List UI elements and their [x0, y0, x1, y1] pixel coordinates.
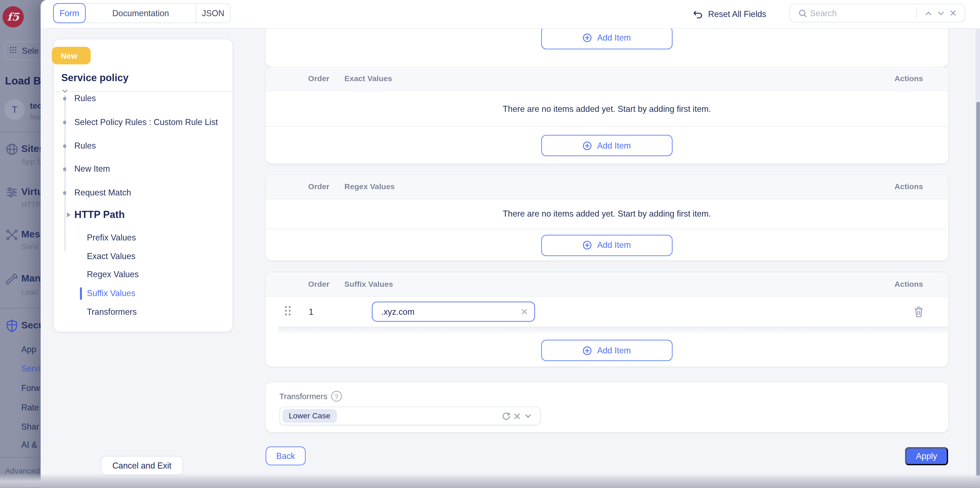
sidebar-heading: Load B — [5, 75, 41, 87]
sidebar-divider — [0, 132, 41, 132]
tree-item-rules-2[interactable]: Rules — [74, 141, 96, 151]
sidebar-subitem-shared[interactable]: Shar — [21, 422, 39, 431]
prefix-values-card-partial: Add Item — [266, 28, 948, 67]
workspace-title: tec — [30, 101, 41, 111]
clear-select-icon[interactable] — [511, 410, 522, 421]
column-actions: Actions — [894, 74, 923, 83]
search-divider — [916, 7, 917, 19]
tree-child-regex-values[interactable]: Regex Values — [87, 270, 139, 279]
globe-icon — [5, 142, 19, 156]
tab-documentation[interactable]: Documentation — [86, 4, 196, 22]
table-header: Order Exact Values Actions — [266, 67, 948, 91]
table-header: Order Regex Values Actions — [266, 175, 948, 199]
select-service-button[interactable]: Sele — [5, 41, 41, 60]
column-actions: Actions — [894, 182, 923, 191]
transformers-card: Transformers ? Lower Case — [266, 382, 948, 432]
sidebar-item-manage[interactable]: Man — [21, 273, 41, 284]
sidebar-subitem-ai[interactable]: AI & — [21, 440, 37, 450]
selected-item-bar — [80, 287, 82, 300]
chevron-down-icon[interactable] — [934, 7, 947, 19]
tab-form[interactable]: Form — [53, 3, 86, 23]
collapse-chevron-icon[interactable] — [60, 87, 70, 96]
clear-input-icon[interactable] — [521, 308, 528, 315]
refresh-icon[interactable] — [500, 410, 511, 421]
tree-child-prefix-values[interactable]: Prefix Values — [87, 233, 136, 242]
new-badge: New — [52, 47, 91, 65]
column-order: Order — [308, 182, 329, 191]
column-actions: Actions — [894, 280, 923, 289]
sidebar-item-sites[interactable]: Sites — [21, 143, 41, 154]
cancel-and-exit-button[interactable]: Cancel and Exit — [101, 456, 183, 475]
sidebar-subitem-service-policies[interactable]: Servi — [21, 364, 40, 373]
apply-button[interactable]: Apply — [905, 447, 948, 465]
back-button[interactable]: Back — [266, 447, 305, 465]
chevron-up-icon[interactable] — [922, 7, 934, 19]
transformers-select[interactable]: Lower Case — [279, 407, 541, 425]
empty-state-text: There are no items added yet. Start by a… — [266, 91, 948, 127]
drag-handle-icon[interactable] — [285, 306, 293, 317]
empty-state-text: There are no items added yet. Start by a… — [266, 199, 948, 229]
sidebar-item-mesh[interactable]: Mes — [21, 229, 40, 240]
scrollbar-thumb[interactable] — [976, 102, 980, 476]
plus-circle-icon — [583, 346, 592, 355]
search-clear-icon[interactable] — [947, 7, 959, 19]
tree-child-exact-values[interactable]: Exact Values — [87, 252, 135, 261]
tree-group-http-path[interactable]: HTTP Path — [74, 209, 125, 220]
tree-item-select-policy-rules[interactable]: Select Policy Rules : Custom Rule List — [74, 117, 218, 127]
workspace-avatar[interactable]: T — [5, 99, 25, 120]
view-tabs: Form Documentation JSON — [53, 3, 231, 23]
add-item-label: Add Item — [597, 346, 631, 355]
reset-all-fields-button[interactable]: Reset All Fields — [692, 0, 766, 28]
workspace-subtitle: Nam — [30, 113, 41, 120]
order-value: 1 — [309, 307, 321, 316]
plus-circle-icon — [583, 241, 592, 250]
suffix-value-field — [372, 301, 535, 322]
help-icon[interactable]: ? — [331, 391, 342, 402]
virtual-hosts-icon — [5, 185, 19, 199]
add-item-button-regex[interactable]: Add Item — [541, 234, 673, 255]
sidebar-subitem-forward[interactable]: Forw — [21, 383, 40, 393]
tree-child-suffix-values[interactable]: Suffix Values — [87, 288, 135, 298]
service-policy-modal: Form Documentation JSON Reset All Fields — [41, 0, 980, 488]
row-divider — [278, 326, 948, 333]
tree-bullet — [63, 168, 67, 171]
sidebar-item-sites-subtitle: App S — [21, 157, 41, 166]
bottom-edge-fade — [0, 474, 980, 488]
tab-json[interactable]: JSON — [196, 4, 230, 22]
wrench-icon — [5, 272, 19, 286]
sidebar-divider — [0, 457, 41, 458]
tree-expand-arrow-icon[interactable] — [67, 212, 71, 217]
sidebar-item-manage-subtitle: Load — [21, 288, 38, 296]
add-item-button-exact[interactable]: Add Item — [541, 135, 673, 156]
exact-values-table: Order Exact Values Actions There are no … — [266, 67, 948, 164]
delete-row-icon[interactable] — [913, 306, 924, 317]
sidebar-item-virtual[interactable]: Virtu — [21, 186, 41, 197]
suffix-value-input[interactable] — [380, 306, 521, 317]
search-icon — [796, 7, 809, 19]
tree-item-new-item[interactable]: New Item — [74, 164, 110, 174]
table-header: Order Suffix Values Actions — [266, 272, 948, 296]
plus-circle-icon — [583, 141, 592, 150]
tree-bullet — [63, 120, 67, 124]
add-item-button-suffix[interactable]: Add Item — [541, 340, 673, 361]
app-sidebar: f5 Sele Load B T tec Nam Sites App S Vir… — [0, 0, 41, 488]
tree-item-request-match[interactable]: Request Match — [74, 188, 131, 197]
undo-icon — [692, 9, 703, 19]
modal-topbar: Form Documentation JSON Reset All Fields — [41, 0, 980, 29]
sidebar-item-security[interactable]: Secu — [21, 320, 41, 331]
add-item-label: Add Item — [597, 141, 631, 150]
tree-item-rules-1[interactable]: Rules — [74, 94, 96, 103]
f5-logo-icon[interactable]: f5 — [2, 6, 24, 27]
add-item-button-prefix[interactable]: Add Item — [541, 28, 673, 49]
sidebar-subitem-app[interactable]: App — [21, 345, 36, 354]
tree-bullet — [63, 191, 67, 195]
regex-values-table: Order Regex Values Actions There are no … — [266, 175, 948, 260]
sidebar-divider — [0, 308, 41, 309]
shield-icon — [5, 319, 19, 333]
search-input[interactable] — [809, 8, 912, 18]
suffix-values-table: Order Suffix Values Actions 1 Add — [266, 272, 948, 366]
sidebar-item-virtual-subtitle: HTTP — [21, 200, 41, 209]
select-chevron-down-icon[interactable] — [522, 410, 534, 421]
sidebar-subitem-rate[interactable]: Rate — [21, 403, 39, 412]
tree-child-transformers[interactable]: Transformers — [87, 307, 137, 317]
